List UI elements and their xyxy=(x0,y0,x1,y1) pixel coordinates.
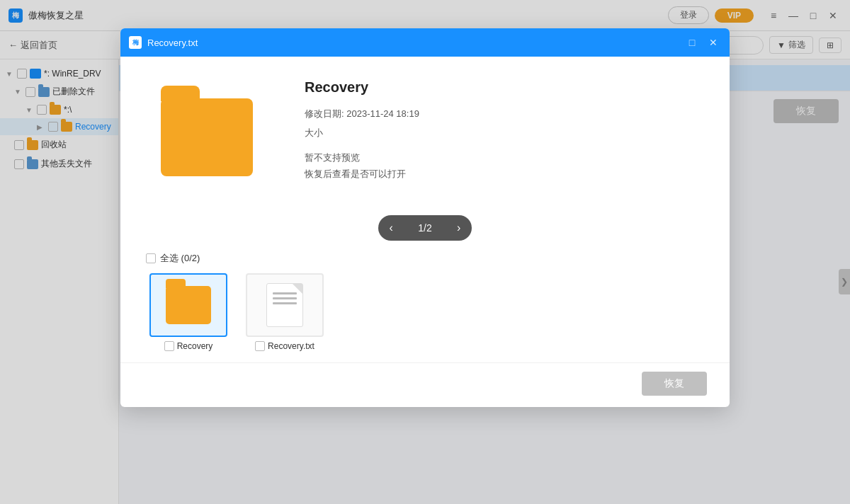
select-all-label[interactable]: 全选 (0/2) xyxy=(146,252,200,265)
prev-page-button[interactable]: ‹ xyxy=(378,215,404,241)
page-current: 1 xyxy=(418,222,424,234)
doc-line-2 xyxy=(273,297,297,299)
checkbox-file-recovery-txt[interactable] xyxy=(255,341,265,351)
preview-section: Recovery 修改日期: 2023-11-24 18:19 大小 暂不支持预… xyxy=(143,74,707,201)
thumb-doc-icon xyxy=(266,283,303,327)
doc-line-1 xyxy=(273,292,297,294)
doc-line-3 xyxy=(273,302,297,304)
pagination: ‹ 1 / 2 › xyxy=(143,215,707,241)
modal-logo: 梅 xyxy=(129,36,142,49)
select-all-text: 全选 (0/2) xyxy=(160,252,200,265)
file-thumbnail-recovery[interactable] xyxy=(149,273,227,337)
modal-dialog: 梅 Recovery.txt □ ✕ Recovery 修改日期: 2023-1… xyxy=(120,28,730,407)
restore-modal-button[interactable]: 恢复 xyxy=(642,372,707,396)
preview-size: 大小 xyxy=(305,126,707,141)
preview-no-preview: 暂不支持预览 恢复后查看是否可以打开 xyxy=(305,149,707,183)
modified-value: 2023-11-24 18:19 xyxy=(346,108,419,119)
file-thumbnail-recovery-txt[interactable] xyxy=(246,273,324,337)
file-item-recovery-txt: Recovery.txt xyxy=(242,273,327,351)
modal-overlay: 梅 Recovery.txt □ ✕ Recovery 修改日期: 2023-1… xyxy=(0,0,850,504)
next-page-button[interactable]: › xyxy=(446,215,472,241)
file-label-row-recovery-txt: Recovery.txt xyxy=(255,341,314,351)
size-label: 大小 xyxy=(305,127,323,138)
modal-body: Recovery 修改日期: 2023-11-24 18:19 大小 暂不支持预… xyxy=(120,57,730,362)
modal-bottom: 恢复 xyxy=(120,362,730,407)
preview-info: Recovery 修改日期: 2023-11-24 18:19 大小 暂不支持预… xyxy=(305,74,707,182)
modal-close-button[interactable]: ✕ xyxy=(706,35,721,50)
file-grid: Recovery Recovery.txt xyxy=(143,273,707,351)
file-item-recovery: Recovery xyxy=(146,273,231,351)
page-total: 2 xyxy=(426,222,432,234)
file-name-recovery-txt: Recovery.txt xyxy=(268,341,314,351)
preview-file-name: Recovery xyxy=(305,79,707,96)
file-list-header: 全选 (0/2) xyxy=(143,252,707,265)
select-all-checkbox[interactable] xyxy=(146,253,156,263)
file-label-row-recovery: Recovery xyxy=(164,341,213,351)
no-preview-text: 暂不支持预览 xyxy=(305,149,707,166)
recover-hint-text: 恢复后查看是否可以打开 xyxy=(305,166,707,182)
modal-maximize-button[interactable]: □ xyxy=(684,35,700,50)
preview-image-area xyxy=(143,74,271,201)
modal-title: Recovery.txt xyxy=(147,38,679,48)
folder-preview-icon xyxy=(161,98,253,176)
modal-header: 梅 Recovery.txt □ ✕ xyxy=(120,28,730,57)
page-number: 1 / 2 xyxy=(404,215,446,241)
checkbox-file-recovery[interactable] xyxy=(164,341,174,351)
thumb-folder-icon xyxy=(166,286,211,324)
file-name-recovery: Recovery xyxy=(177,341,213,351)
modified-label: 修改日期: xyxy=(305,108,344,119)
preview-modified: 修改日期: 2023-11-24 18:19 xyxy=(305,107,707,122)
